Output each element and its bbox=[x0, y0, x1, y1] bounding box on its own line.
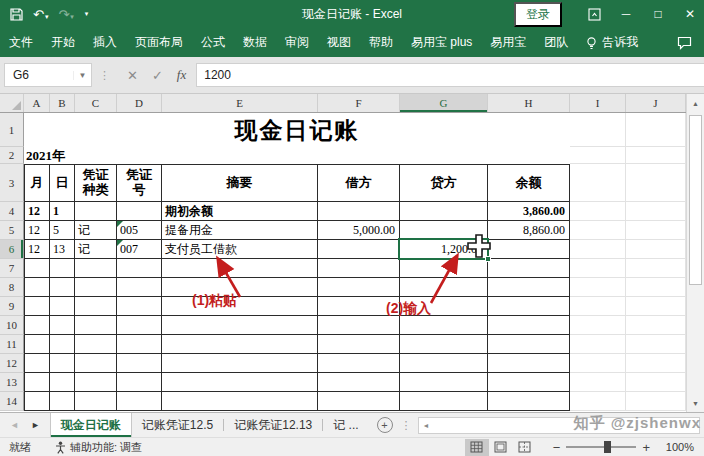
close-button[interactable]: ✕ bbox=[676, 0, 704, 28]
cell-J1[interactable] bbox=[626, 113, 686, 147]
col-header-B[interactable]: B bbox=[50, 94, 75, 112]
cell-F11[interactable] bbox=[318, 335, 400, 354]
cell-D6[interactable]: 007 bbox=[117, 240, 162, 259]
cell-A4[interactable]: 12 bbox=[24, 202, 50, 221]
cell-F5[interactable]: 5,000.00 bbox=[318, 221, 400, 240]
cell-G12[interactable] bbox=[400, 354, 488, 373]
tab-page-layout[interactable]: 页面布局 bbox=[126, 28, 192, 57]
cell-F14[interactable] bbox=[318, 392, 400, 411]
undo-button[interactable]: ↶▾ bbox=[33, 5, 48, 23]
vertical-scroll-thumb[interactable] bbox=[689, 115, 702, 285]
cell-D7[interactable] bbox=[117, 259, 162, 278]
cell-A5[interactable]: 12 bbox=[24, 221, 50, 240]
year-cell[interactable]: 2021年 bbox=[24, 147, 570, 164]
cell-G14[interactable] bbox=[400, 392, 488, 411]
row-header-10[interactable]: 10 bbox=[0, 316, 24, 335]
formula-bar-splitter[interactable]: ⋮ bbox=[92, 69, 117, 82]
cell-C13[interactable] bbox=[75, 373, 117, 392]
cell-J8[interactable] bbox=[626, 278, 686, 297]
cell-C12[interactable] bbox=[75, 354, 117, 373]
cell-A8[interactable] bbox=[24, 278, 50, 297]
cell-I11[interactable] bbox=[570, 335, 626, 354]
cell-C10[interactable] bbox=[75, 316, 117, 335]
row-header-3[interactable]: 3 bbox=[0, 164, 24, 202]
name-box-dropdown-icon[interactable]: ▼ bbox=[73, 71, 91, 80]
cell-A10[interactable] bbox=[24, 316, 50, 335]
cell-F6[interactable] bbox=[318, 240, 400, 259]
select-all-corner[interactable] bbox=[0, 94, 24, 112]
cell-H13[interactable] bbox=[488, 373, 570, 392]
tab-team[interactable]: 团队 bbox=[535, 28, 577, 57]
tab-nav-left-icon[interactable]: ◄ bbox=[10, 420, 19, 430]
row-header-1[interactable]: 1 bbox=[0, 113, 24, 147]
cell-B14[interactable] bbox=[50, 392, 75, 411]
header-debit[interactable]: 借方 bbox=[318, 164, 400, 202]
cancel-icon[interactable]: ✕ bbox=[127, 68, 138, 83]
ribbon-display-options-icon[interactable] bbox=[580, 0, 608, 28]
cell-E5[interactable]: 提备用金 bbox=[162, 221, 318, 240]
accessibility-status[interactable]: 辅助功能: 调查 bbox=[55, 440, 142, 455]
cell-J11[interactable] bbox=[626, 335, 686, 354]
cell-E10[interactable] bbox=[162, 316, 318, 335]
cell-B11[interactable] bbox=[50, 335, 75, 354]
maximize-button[interactable]: □ bbox=[644, 0, 672, 28]
new-sheet-icon[interactable]: + bbox=[377, 417, 393, 433]
cell-D14[interactable] bbox=[117, 392, 162, 411]
cell-I10[interactable] bbox=[570, 316, 626, 335]
cell-H4[interactable]: 3,860.00 bbox=[488, 202, 570, 221]
cell-I6[interactable] bbox=[570, 240, 626, 259]
row-header-14[interactable]: 14 bbox=[0, 392, 24, 411]
row-header-12[interactable]: 12 bbox=[0, 354, 24, 373]
cell-I7[interactable] bbox=[570, 259, 626, 278]
scroll-down-icon[interactable]: ▼ bbox=[687, 394, 704, 412]
comment-icon[interactable] bbox=[677, 36, 704, 50]
cell-D5[interactable]: 005 bbox=[117, 221, 162, 240]
cell-A13[interactable] bbox=[24, 373, 50, 392]
cell-H6[interactable] bbox=[488, 240, 570, 259]
cell-H11[interactable] bbox=[488, 335, 570, 354]
tab-insert[interactable]: 插入 bbox=[84, 28, 126, 57]
cell-G11[interactable] bbox=[400, 335, 488, 354]
header-credit[interactable]: 贷方 bbox=[400, 164, 488, 202]
cell-E6[interactable]: 支付员工借款 bbox=[162, 240, 318, 259]
tab-data[interactable]: 数据 bbox=[234, 28, 276, 57]
cell-E9[interactable] bbox=[162, 297, 318, 316]
cell-B4[interactable]: 1 bbox=[50, 202, 75, 221]
cell-I3[interactable] bbox=[570, 164, 626, 202]
page-layout-view-icon[interactable] bbox=[489, 439, 513, 456]
cell-C7[interactable] bbox=[75, 259, 117, 278]
cell-I12[interactable] bbox=[570, 354, 626, 373]
zoom-out-icon[interactable]: − bbox=[547, 440, 567, 455]
cell-C14[interactable] bbox=[75, 392, 117, 411]
header-balance[interactable]: 余额 bbox=[488, 164, 570, 202]
cell-B12[interactable] bbox=[50, 354, 75, 373]
cell-F13[interactable] bbox=[318, 373, 400, 392]
header-voucher-no[interactable]: 凭证号 bbox=[117, 164, 162, 202]
cell-B8[interactable] bbox=[50, 278, 75, 297]
cell-B7[interactable] bbox=[50, 259, 75, 278]
cell-J7[interactable] bbox=[626, 259, 686, 278]
cell-D13[interactable] bbox=[117, 373, 162, 392]
header-voucher-type[interactable]: 凭证种类 bbox=[75, 164, 117, 202]
col-header-A[interactable]: A bbox=[24, 94, 50, 112]
col-header-F[interactable]: F bbox=[318, 94, 400, 112]
row-header-5[interactable]: 5 bbox=[0, 221, 24, 240]
cell-E13[interactable] bbox=[162, 373, 318, 392]
cell-J14[interactable] bbox=[626, 392, 686, 411]
cell-I1[interactable] bbox=[570, 113, 626, 147]
cell-F7[interactable] bbox=[318, 259, 400, 278]
cell-J3[interactable] bbox=[626, 164, 686, 202]
header-summary[interactable]: 摘要 bbox=[162, 164, 318, 202]
cell-J12[interactable] bbox=[626, 354, 686, 373]
cell-I5[interactable] bbox=[570, 221, 626, 240]
insert-function-icon[interactable]: fx bbox=[177, 67, 186, 83]
cell-B6[interactable]: 13 bbox=[50, 240, 75, 259]
cell-A12[interactable] bbox=[24, 354, 50, 373]
col-header-G-selected[interactable]: G bbox=[400, 94, 488, 112]
cell-F8[interactable] bbox=[318, 278, 400, 297]
redo-button[interactable]: ↷▾ bbox=[58, 5, 73, 23]
cell-D8[interactable] bbox=[117, 278, 162, 297]
cell-C6[interactable]: 记 bbox=[75, 240, 117, 259]
cell-D9[interactable] bbox=[117, 297, 162, 316]
cell-D12[interactable] bbox=[117, 354, 162, 373]
